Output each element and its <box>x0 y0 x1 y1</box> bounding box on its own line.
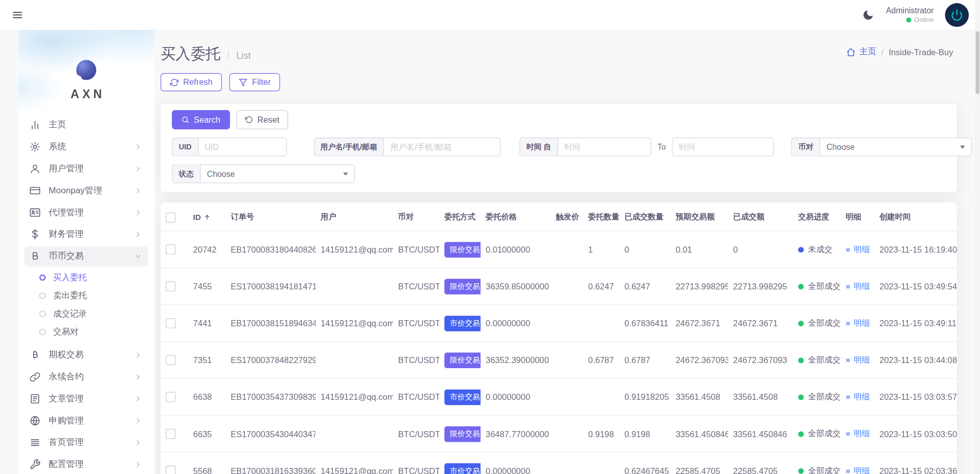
cell-id: 7441 <box>188 305 225 342</box>
col-qty[interactable]: 委托数量 <box>583 202 620 231</box>
sidebar-item[interactable]: Moonpay管理 <box>25 180 148 200</box>
order-type-badge: 限价交易 <box>444 352 481 368</box>
user-input[interactable] <box>383 138 501 156</box>
row-checkbox[interactable] <box>166 429 176 439</box>
search-button[interactable]: Search <box>172 110 230 129</box>
cell-qty: 0.6247 <box>583 268 620 305</box>
filter-button[interactable]: Filter <box>230 73 280 91</box>
cell-user <box>315 415 393 452</box>
detail-link[interactable]: » 明细 <box>846 429 870 438</box>
bitcoin-icon <box>29 349 41 361</box>
cell-id: 7455 <box>188 268 225 305</box>
cell-price: 0.00000000 <box>481 453 551 474</box>
col-filled-qty[interactable]: 已成交数量 <box>620 202 671 231</box>
col-filled-amount[interactable]: 已成交额 <box>728 202 793 231</box>
sidebar-item[interactable]: 期权交易 <box>25 345 148 365</box>
refresh-button-label: Refresh <box>183 78 213 87</box>
row-checkbox[interactable] <box>166 355 176 366</box>
cell-user: 14159121@qq.com <box>315 305 393 342</box>
order-type-badge: 限价交易 <box>444 426 481 442</box>
col-created[interactable]: 创建时间 <box>874 202 956 231</box>
sidebar-subitem[interactable]: 交易对 <box>18 323 154 341</box>
id-card-icon <box>29 206 41 218</box>
detail-link[interactable]: » 明细 <box>846 281 870 290</box>
table-row: 7441EB170003815189463414159121@qq.comBTC… <box>161 305 957 342</box>
cell-expected-amount: 33561.4508 <box>671 378 728 415</box>
detail-link[interactable]: » 明细 <box>846 318 870 327</box>
cell-qty <box>583 378 620 415</box>
cell-expected-amount: 33561.450846 <box>671 415 728 452</box>
col-progress[interactable]: 交易进度 <box>793 202 840 231</box>
funnel-icon <box>239 78 247 86</box>
row-checkbox[interactable] <box>166 392 176 402</box>
cell-filled-qty: 0.9198 <box>620 415 671 452</box>
row-checkbox[interactable] <box>166 319 176 329</box>
detail-link[interactable]: » 明细 <box>846 392 870 401</box>
order-type-badge: 限价交易 <box>444 279 481 295</box>
sidebar-item[interactable]: 主页 <box>25 115 148 135</box>
col-trigger-price[interactable]: 触发价 <box>551 202 583 231</box>
status-dot-icon <box>798 431 804 437</box>
time-from-input[interactable] <box>557 138 651 156</box>
sidebar-subitem[interactable]: 卖出委托 <box>18 286 154 304</box>
cell-user: 14159121@qq.com <box>315 231 393 268</box>
cell-created: 2023-11-15 16:19:40 <box>874 231 956 268</box>
logo-icon <box>76 60 96 80</box>
row-checkbox[interactable] <box>166 466 176 474</box>
article-icon <box>29 393 41 405</box>
table-header-row: ID 订单号 用户 币对 委托方式 委托价格 触发价 委托数量 已成交数量 预期… <box>161 202 957 231</box>
pair-label: 币对 <box>791 138 819 156</box>
col-id[interactable]: ID <box>193 213 201 221</box>
col-user[interactable]: 用户 <box>315 202 393 231</box>
sidebar-item[interactable]: 代理管理 <box>25 202 148 222</box>
dark-mode-toggle[interactable] <box>862 9 874 21</box>
sidebar-item[interactable]: 币币交易 <box>25 246 148 266</box>
sidebar-subitem[interactable]: 成交记录 <box>18 304 154 322</box>
breadcrumb-home-link[interactable]: 主页 <box>847 46 877 57</box>
cell-filled-amount: 22585.4705 <box>728 453 793 474</box>
refresh-button[interactable]: Refresh <box>161 73 222 91</box>
uid-input[interactable] <box>198 138 287 156</box>
pair-select[interactable]: Choose <box>819 138 972 156</box>
sort-asc-icon[interactable] <box>203 214 210 220</box>
time-to-input[interactable] <box>672 138 774 156</box>
logo[interactable]: AXN <box>18 30 154 101</box>
sidebar-item-label: 币币交易 <box>49 251 133 262</box>
sidebar-item[interactable]: 永续合约 <box>25 367 148 387</box>
col-order-no[interactable]: 订单号 <box>225 202 315 231</box>
col-pair[interactable]: 币对 <box>393 202 439 231</box>
sidebar-item[interactable]: 文章管理 <box>25 389 148 409</box>
page-toolbar: Refresh Filter <box>161 73 957 91</box>
cell-expected-amount: 24672.3671 <box>671 305 728 342</box>
scrollbar-thumb[interactable] <box>975 31 979 94</box>
sidebar-item-label: 首页管理 <box>49 437 133 448</box>
sidebar-item-label: 代理管理 <box>49 207 133 218</box>
sidebar-item[interactable]: 申购管理 <box>25 411 148 431</box>
row-checkbox[interactable] <box>166 281 176 291</box>
select-all-checkbox[interactable] <box>166 212 176 222</box>
sidebar-item[interactable]: 用户管理 <box>25 159 148 179</box>
sidebar-item[interactable]: 配置管理 <box>25 455 148 474</box>
col-price[interactable]: 委托价格 <box>481 202 551 231</box>
detail-link[interactable]: » 明细 <box>846 355 870 364</box>
cell-price: 0.01000000 <box>481 231 551 268</box>
scrollbar[interactable] <box>975 0 980 474</box>
list-icon <box>29 436 41 448</box>
chevron-right-icon <box>134 208 144 218</box>
row-checkbox[interactable] <box>166 244 176 255</box>
reset-button[interactable]: Reset <box>236 110 288 129</box>
col-order-type[interactable]: 委托方式 <box>439 202 481 231</box>
status-select[interactable]: Choose <box>200 165 355 184</box>
avatar[interactable] <box>945 3 969 27</box>
sidebar-item[interactable]: 首页管理 <box>25 433 148 453</box>
cell-order-no: EB1700035437309839 <box>225 378 315 415</box>
sidebar-item[interactable]: 财务管理 <box>25 224 148 244</box>
sidebar-subitem[interactable]: 买入委托 <box>18 268 154 286</box>
menu-toggle-button[interactable] <box>9 6 26 24</box>
detail-link[interactable]: » 明细 <box>846 466 870 474</box>
col-expected-amount[interactable]: 预期交易额 <box>671 202 728 231</box>
detail-link[interactable]: » 明细 <box>846 244 870 254</box>
sidebar-item[interactable]: 系统 <box>25 137 148 157</box>
double-arrow-icon: » <box>846 429 850 438</box>
cell-pair: BTC/USDT <box>393 268 439 305</box>
